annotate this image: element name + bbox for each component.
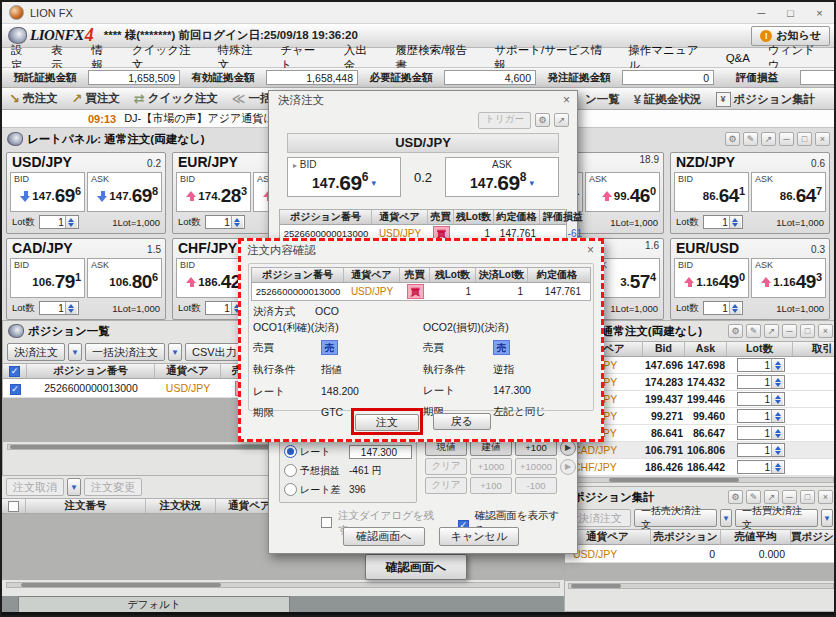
- rate-list-close-icon[interactable]: ×: [818, 324, 833, 338]
- summary-brush-icon[interactable]: ✎: [746, 490, 761, 504]
- order-select-all-checkbox[interactable]: [8, 501, 19, 512]
- floating-confirm-screen-button[interactable]: 確認画面へ: [365, 554, 467, 580]
- rate-window-close-icon[interactable]: ×: [815, 132, 830, 146]
- summary-gear-icon[interactable]: ⚙: [728, 490, 743, 504]
- close-order-button[interactable]: 決済注文: [7, 343, 65, 361]
- rate-window-maximize-icon[interactable]: □: [797, 132, 812, 146]
- dialog-bid-button[interactable]: ▸ BID 147.696 ▾: [287, 157, 401, 197]
- maximize-icon[interactable]: □: [776, 4, 805, 22]
- plus-1000-button[interactable]: +1000: [470, 458, 512, 475]
- margin-status-button[interactable]: ¥ 証拠金状況: [627, 89, 709, 109]
- stepper-arrows[interactable]: [771, 376, 783, 388]
- rate-list-gear-icon[interactable]: ⚙: [728, 324, 743, 338]
- rate-list-row[interactable]: EUR/JPY174.283174.4321: [565, 374, 836, 391]
- sell-order-button[interactable]: ↘ 売注文: [2, 89, 64, 109]
- plus-100-button[interactable]: +100: [470, 477, 512, 494]
- rate-ask-button[interactable]: ASK106.806: [87, 258, 162, 298]
- position-list-button[interactable]: ン一覧: [578, 89, 627, 109]
- rate-list-row[interactable]: CHF/JPY186.426186.4421: [565, 459, 836, 476]
- more-button[interactable]: ▶: [560, 459, 576, 475]
- rate-bid-button[interactable]: BID1.16490: [674, 258, 749, 298]
- bulk-close-dropdown[interactable]: ▼: [168, 343, 182, 361]
- rate-bid-button[interactable]: BID106.791: [10, 258, 85, 298]
- close-icon[interactable]: ×: [587, 243, 594, 257]
- stepper-arrows[interactable]: [771, 444, 783, 456]
- radio-expected-pl[interactable]: [284, 464, 297, 477]
- rate-ask-button[interactable]: ASK1.16493: [751, 258, 826, 298]
- row-checkbox[interactable]: ✓: [10, 384, 21, 395]
- lot-stepper[interactable]: 1: [737, 409, 785, 423]
- rate-list-scrollbar[interactable]: [568, 477, 834, 483]
- summary-scrollbar[interactable]: [568, 583, 834, 589]
- radio-rate[interactable]: [284, 445, 297, 458]
- rate-window-popout-icon[interactable]: ↗: [761, 132, 776, 146]
- bulk-sell-close-dropdown[interactable]: ▼: [720, 509, 732, 527]
- stepper-arrows[interactable]: [771, 427, 783, 439]
- clear-button[interactable]: クリア: [425, 477, 467, 494]
- rate-ask-button[interactable]: ASK86.647: [751, 172, 826, 212]
- popout-icon[interactable]: ↗: [554, 113, 569, 127]
- rate-input[interactable]: 147.300: [349, 445, 412, 459]
- csv-export-button[interactable]: CSV出力: [185, 343, 244, 361]
- position-summary-button[interactable]: ¥ ポジション集計: [709, 89, 823, 109]
- rate-list-brush-icon[interactable]: ✎: [746, 324, 761, 338]
- bulk-close-order-button[interactable]: 一括決済注文: [85, 343, 165, 361]
- cancel-order-button[interactable]: 注文取消: [6, 478, 64, 496]
- rate-diff-option-row[interactable]: レート差 396: [284, 480, 412, 499]
- lot-stepper[interactable]: 1: [737, 392, 785, 406]
- close-icon[interactable]: ×: [805, 4, 834, 22]
- stepper-arrows[interactable]: [729, 302, 741, 314]
- rate-list-maximize-icon[interactable]: □: [800, 324, 815, 338]
- lot-stepper[interactable]: 1: [737, 426, 785, 440]
- summary-minimize-icon[interactable]: ─: [782, 490, 797, 504]
- lot-stepper[interactable]: 1: [39, 215, 79, 229]
- rate-option-row[interactable]: レート 147.300: [284, 442, 412, 461]
- summary-maximize-icon[interactable]: □: [800, 490, 815, 504]
- bulk-sell-close-button[interactable]: 一括売決済注文: [634, 509, 717, 527]
- stepper-arrows[interactable]: [231, 216, 243, 228]
- bulk-buy-close-button[interactable]: 一括買決済注文: [735, 509, 818, 527]
- stepper-arrows[interactable]: [771, 359, 783, 371]
- summary-close-icon[interactable]: ×: [818, 490, 833, 504]
- profit-option-row[interactable]: 予想損益 -461 円: [284, 461, 412, 480]
- summary-row[interactable]: USD/JPY 0 0.000: [565, 545, 836, 563]
- lot-stepper[interactable]: 1: [205, 215, 245, 229]
- confirm-screen-button[interactable]: 確認画面へ: [343, 527, 425, 546]
- rate-bid-button[interactable]: BID86.641: [674, 172, 749, 212]
- lot-stepper[interactable]: 1: [737, 460, 785, 474]
- bulk-buy-close-dropdown[interactable]: ▼: [821, 509, 833, 527]
- rate-bid-button[interactable]: BID174.283: [176, 172, 251, 212]
- lot-stepper[interactable]: 1: [39, 301, 79, 315]
- stepper-arrows[interactable]: [65, 302, 77, 314]
- lot-stepper[interactable]: 1: [703, 301, 743, 315]
- lot-stepper[interactable]: 1: [737, 358, 785, 372]
- rate-list-row[interactable]: CAD/JPY106.791106.8061: [565, 442, 836, 459]
- lot-stepper[interactable]: 1: [737, 443, 785, 457]
- stepper-arrows[interactable]: [771, 393, 783, 405]
- gear-icon[interactable]: ⚙: [535, 113, 550, 127]
- select-all-checkbox[interactable]: ✓: [9, 366, 20, 377]
- minimize-icon[interactable]: ─: [747, 4, 776, 22]
- rate-list-row[interactable]: AUD/JPY99.27199.4601: [565, 408, 836, 425]
- rate-window-brush-icon[interactable]: ✎: [743, 132, 758, 146]
- trigger-button[interactable]: トリガー: [478, 112, 531, 129]
- rate-list-popout-icon[interactable]: ↗: [764, 324, 779, 338]
- minus-100-button[interactable]: -100: [515, 477, 557, 494]
- stepper-arrows[interactable]: [771, 410, 783, 422]
- back-button[interactable]: 戻る: [433, 413, 491, 430]
- rate-list-minimize-icon[interactable]: ─: [782, 324, 797, 338]
- clear-button[interactable]: クリア: [425, 458, 467, 475]
- rate-list-row[interactable]: USD/JPY147.696147.6981: [565, 357, 836, 374]
- menu-item-10[interactable]: Q&A: [717, 52, 759, 64]
- stepper-arrows[interactable]: [771, 461, 783, 473]
- dialog-ask-button[interactable]: ASK 147.698 ▾: [445, 157, 559, 197]
- rate-ask-button[interactable]: ASK147.698: [87, 172, 162, 212]
- cancel-order-dropdown[interactable]: ▼: [67, 478, 81, 496]
- close-icon[interactable]: ×: [563, 93, 570, 107]
- stepper-arrows[interactable]: [65, 216, 77, 228]
- cancel-button[interactable]: キャンセル: [439, 527, 519, 546]
- rate-list-row[interactable]: NZD/JPY86.64186.6471: [565, 425, 836, 442]
- rate-ask-button[interactable]: ASK99.460: [585, 172, 660, 212]
- tab-default[interactable]: デフォルト: [18, 596, 290, 612]
- rate-window-gear-icon[interactable]: ⚙: [725, 132, 740, 146]
